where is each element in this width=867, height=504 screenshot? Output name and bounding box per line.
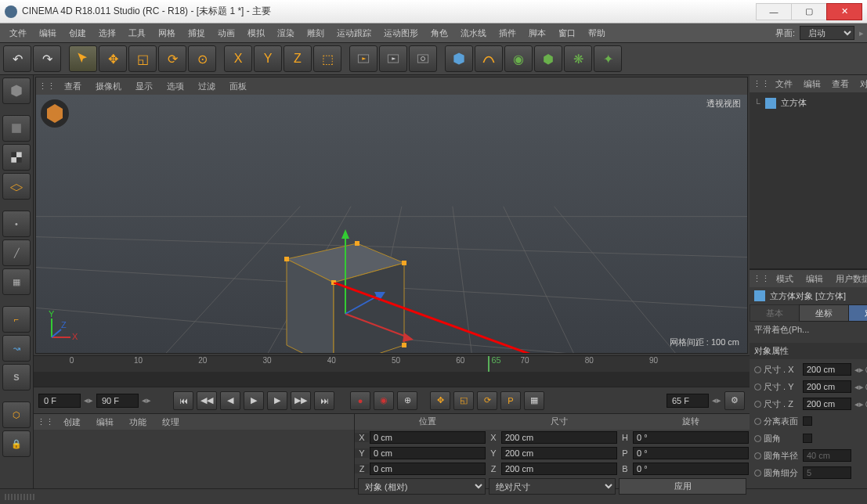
frame-end[interactable] [96, 394, 139, 408]
menu-render[interactable]: 渲染 [271, 24, 301, 42]
key-param[interactable]: P [500, 391, 521, 410]
timeline-ruler[interactable]: 0 10 20 30 40 50 60 70 80 90 65 [34, 356, 750, 372]
playhead[interactable]: 65 [488, 356, 489, 372]
menu-window[interactable]: 窗口 [552, 24, 582, 42]
vp-filter[interactable]: 过滤 [192, 79, 222, 94]
menu-sculpt[interactable]: 雕刻 [301, 24, 331, 42]
attr-mode[interactable]: 模式 [770, 272, 800, 286]
timeline-scrollbar[interactable] [34, 372, 750, 387]
object-row-cube[interactable]: └ 立方体 ⋮ [753, 95, 867, 110]
add-spline[interactable] [475, 45, 503, 72]
phong-row[interactable]: 平滑着色(Ph... [750, 322, 867, 338]
workplane-mode[interactable] [2, 173, 31, 200]
mat-create[interactable]: 创建 [57, 415, 87, 430]
pos-x[interactable] [370, 431, 486, 444]
make-editable[interactable] [2, 77, 31, 104]
coord-system[interactable]: ⬚ [313, 45, 341, 72]
menu-plugins[interactable]: 插件 [493, 24, 522, 42]
render-settings[interactable] [409, 45, 437, 72]
menu-select[interactable]: 选择 [92, 24, 122, 42]
menu-help[interactable]: 帮助 [582, 24, 612, 42]
key-sel[interactable]: ⊕ [397, 391, 417, 410]
prev-key[interactable]: ◀◀ [197, 391, 217, 410]
menu-pipeline[interactable]: 流水线 [454, 24, 493, 42]
model-mode[interactable] [2, 115, 31, 142]
rot-b[interactable] [633, 463, 749, 475]
render-view[interactable] [349, 45, 378, 72]
attr-edit[interactable]: 编辑 [800, 272, 829, 286]
obj-view[interactable]: 查看 [826, 77, 854, 92]
mat-grip-icon[interactable]: ⋮⋮ [37, 417, 54, 427]
rot-p[interactable] [633, 447, 749, 459]
menu-create[interactable]: 创建 [63, 24, 92, 42]
maximize-button[interactable]: ▢ [791, 3, 827, 20]
axis-y-lock[interactable]: Y [254, 45, 282, 72]
next-frame[interactable]: ▶ [267, 391, 287, 410]
menu-motiontracker[interactable]: 运动跟踪 [331, 24, 378, 42]
vp-options[interactable]: 选项 [161, 79, 190, 94]
vp-view[interactable]: 查看 [58, 79, 88, 94]
move-tool[interactable]: ✥ [99, 45, 127, 72]
add-deformer[interactable]: ⬢ [534, 45, 562, 72]
coord-apply[interactable]: 应用 [619, 478, 746, 495]
pos-z[interactable] [370, 463, 486, 475]
live-select-tool[interactable] [69, 45, 97, 72]
vp-display[interactable]: 显示 [129, 79, 159, 94]
menu-character[interactable]: 角色 [424, 24, 454, 42]
key-scale[interactable]: ◱ [453, 391, 474, 410]
menu-mograph[interactable]: 运动图形 [378, 24, 424, 42]
vp-camera[interactable]: 摄像机 [89, 79, 128, 94]
tab-coord[interactable]: 坐标 [799, 304, 849, 322]
scale-tool[interactable]: ◱ [128, 45, 157, 72]
layout-select[interactable]: 启动 [800, 26, 854, 40]
frame-current[interactable] [667, 394, 709, 408]
fillet-check[interactable] [803, 434, 812, 443]
render-pv[interactable] [379, 45, 407, 72]
menu-file[interactable]: 文件 [3, 24, 33, 42]
coord-abs[interactable]: 绝对尺寸 [489, 478, 616, 495]
rotate-tool[interactable]: ⟳ [158, 45, 186, 72]
prev-frame[interactable]: ◀ [220, 391, 240, 410]
coord-mode[interactable]: 对象 (相对) [358, 478, 486, 495]
point-mode[interactable]: • [2, 211, 31, 237]
tl-opt[interactable]: ⚙ [724, 391, 745, 410]
edge-mode[interactable]: ╱ [2, 239, 31, 266]
size-x[interactable] [501, 431, 617, 444]
layout-more-icon[interactable]: ▸ [859, 28, 864, 38]
tweak-mode[interactable]: ↝ [2, 335, 31, 362]
add-generator[interactable]: ◉ [504, 45, 533, 72]
menu-edit[interactable]: 编辑 [33, 24, 63, 42]
next-key[interactable]: ▶▶ [291, 391, 311, 410]
key-pos[interactable]: ✥ [430, 391, 450, 410]
size-y[interactable] [501, 447, 617, 459]
lock-icon[interactable]: 🔒 [2, 430, 31, 457]
autokey[interactable]: ◉ [374, 391, 394, 410]
menu-mesh[interactable]: 网格 [152, 24, 182, 42]
recent-tool[interactable]: ⊙ [188, 45, 216, 72]
size-x-field[interactable] [803, 363, 851, 376]
viewport-3d[interactable]: 透视视图 [36, 95, 747, 353]
menu-simulate[interactable]: 模拟 [241, 24, 271, 42]
goto-start[interactable]: ⏮ [173, 391, 193, 410]
menu-script[interactable]: 脚本 [522, 24, 552, 42]
obj-file[interactable]: 文件 [770, 77, 798, 92]
close-button[interactable]: ✕ [826, 3, 862, 20]
axis-mode[interactable]: ⌐ [2, 306, 31, 333]
minimize-button[interactable]: — [756, 3, 792, 20]
record-key[interactable]: ● [350, 391, 370, 410]
vp-panel[interactable]: 面板 [223, 79, 253, 94]
key-pla[interactable]: ▦ [524, 391, 544, 410]
attr-grip-icon[interactable]: ⋮⋮ [753, 274, 770, 284]
mat-function[interactable]: 功能 [123, 415, 153, 430]
separate-surfaces-check[interactable] [803, 416, 812, 426]
frame-start[interactable] [38, 394, 81, 408]
rot-h[interactable] [633, 431, 749, 444]
goto-end[interactable]: ⏭ [314, 391, 334, 410]
play[interactable]: ▶ [244, 391, 264, 410]
key-rot[interactable]: ⟳ [477, 391, 497, 410]
tab-object[interactable]: 对象 [848, 304, 867, 322]
viewport-solo[interactable]: ⬡ [2, 401, 31, 428]
size-z-field[interactable] [803, 398, 851, 410]
size-y-field[interactable] [803, 380, 851, 393]
tab-basic[interactable]: 基本 [750, 304, 800, 322]
